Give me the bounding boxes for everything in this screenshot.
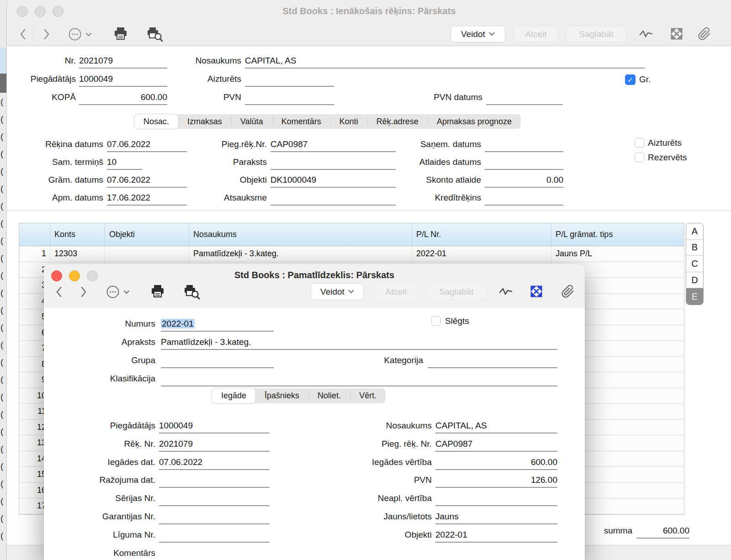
kopa-input[interactable]: 600.00 <box>79 92 167 105</box>
expand-icon[interactable] <box>670 27 683 40</box>
numurs-input[interactable]: 2022-01 <box>161 319 274 332</box>
slegts-checkbox[interactable] <box>431 316 441 326</box>
razojuma-dat-input[interactable] <box>159 475 270 488</box>
field-label: Atsauksme <box>192 193 267 203</box>
side-tab-d[interactable]: D <box>686 272 703 289</box>
atsauksme-input[interactable] <box>270 193 396 206</box>
jauns-lietots-input[interactable]: Jauns <box>435 512 557 524</box>
tab-konti[interactable]: Konti <box>330 114 367 129</box>
tab-rēķ-adrese[interactable]: Rēķ.adrese <box>367 114 428 129</box>
aizturets-checkbox-label: Aizturēts <box>648 138 682 148</box>
tab-izmaksas[interactable]: Izmaksas <box>178 114 231 129</box>
field-label: Apm. datums <box>19 193 103 203</box>
print-preview-icon[interactable] <box>183 284 202 300</box>
field-label: Klasifikācija <box>82 374 155 384</box>
rekina-datums-input[interactable]: 07.06.2022 <box>107 139 187 152</box>
table-header-row[interactable]: KontsObjektiNosaukumsP/L Nr.P/L grāmat. … <box>19 223 684 246</box>
iegades-vertiba-input[interactable]: 600.00 <box>435 457 557 470</box>
attach-icon[interactable] <box>561 284 575 299</box>
apm-datums-input[interactable]: 17.06.2022 <box>107 193 187 206</box>
aizturets-input[interactable] <box>245 74 334 87</box>
paraksts-input[interactable] <box>270 157 396 170</box>
table-cell[interactable]: 1 <box>19 246 50 262</box>
clipped-glyph: ( <box>0 166 6 176</box>
sanem-datums-input[interactable] <box>485 139 563 152</box>
tab-nosac-[interactable]: Nosac. <box>134 114 178 129</box>
nr-input[interactable]: 2021079 <box>79 56 167 69</box>
expand-icon[interactable] <box>530 285 543 298</box>
side-tab-a[interactable]: A <box>686 223 703 240</box>
more-menu-icon[interactable] <box>106 285 132 299</box>
forward-icon[interactable] <box>42 28 51 40</box>
pvn-datums-input[interactable] <box>486 92 563 105</box>
kreditrekins-input[interactable] <box>485 193 563 206</box>
field-label: Jauns/lietots <box>340 512 432 522</box>
aizturets-checkbox[interactable] <box>635 138 644 148</box>
window-fixed-asset: Std Books : Pamatlīdzeklis: Pārskats <box>44 264 585 560</box>
activity-icon[interactable] <box>499 286 513 297</box>
attach-icon[interactable] <box>698 26 711 41</box>
objekti-input[interactable]: 2022-01 <box>435 530 557 543</box>
side-tab-e[interactable]: E <box>686 288 703 305</box>
skonto-atlaide-input[interactable]: 0.00 <box>485 175 563 188</box>
table-cell[interactable]: 12303 <box>50 246 105 262</box>
serijas-nr-input[interactable] <box>159 493 270 506</box>
pvn-input[interactable]: 126.00 <box>435 475 557 488</box>
tab-valūta[interactable]: Valūta <box>231 114 272 129</box>
gr-checkbox[interactable] <box>625 74 636 85</box>
tab-vērt-[interactable]: Vērt. <box>350 388 386 403</box>
print-icon[interactable] <box>113 26 128 41</box>
nosaukums-input[interactable]: CAPITAL, AS <box>245 56 645 69</box>
sam-termins-input[interactable]: 10 <box>107 157 142 170</box>
print-preview-icon[interactable] <box>146 26 165 42</box>
atlaides-datums-input[interactable] <box>485 157 563 170</box>
klasifikacija-input[interactable] <box>161 374 557 386</box>
tab-īpašnieks[interactable]: Īpašnieks <box>255 388 308 403</box>
table-cell[interactable]: Pamatlīdzekļi - 3.kateg. <box>189 246 412 262</box>
tab-komentārs[interactable]: Komentārs <box>272 114 330 129</box>
liguma-nr-input[interactable] <box>159 530 270 543</box>
pvn-input[interactable] <box>245 92 334 105</box>
grupa-input[interactable] <box>161 355 274 368</box>
activity-icon[interactable] <box>639 28 653 39</box>
side-tab-b[interactable]: B <box>686 240 703 256</box>
clipped-glyph: ( <box>0 218 6 228</box>
table-cell[interactable] <box>105 246 189 262</box>
titlebar: Std Books : Pamatlīdzeklis: Pārskats <box>44 264 585 307</box>
rezervets-checkbox[interactable] <box>635 153 644 162</box>
kategorija-input[interactable] <box>428 355 557 368</box>
table-cell[interactable]: 2022-01 <box>412 246 551 262</box>
create-button[interactable]: Veidot <box>311 283 364 300</box>
neapl-vertiba-input[interactable] <box>435 493 557 506</box>
tab-iegāde[interactable]: Iegāde <box>212 388 255 403</box>
tab-noliet-[interactable]: Noliet. <box>308 388 350 403</box>
back-icon[interactable] <box>19 28 27 40</box>
table-row[interactable]: 112303Pamatlīdzekļi - 3.kateg.2022-01Jau… <box>19 246 684 262</box>
clipped-glyph: ( <box>0 392 6 402</box>
rek-nr-input[interactable]: 2021079 <box>159 439 270 452</box>
pieg-rek-nr-input[interactable]: CAP0987 <box>270 139 396 152</box>
table-cell[interactable]: Jauns P/L <box>551 246 684 262</box>
garantijas-nr-input[interactable] <box>159 512 270 524</box>
back-icon[interactable] <box>55 286 63 298</box>
field-label: Iegādes dat. <box>87 457 155 467</box>
pieg-rek-nr-input[interactable]: CAP0987 <box>435 439 557 452</box>
piegadatajs-input[interactable]: 1000049 <box>79 74 167 87</box>
tab-apmaksas-prognoze[interactable]: Apmaksas prognoze <box>428 114 521 129</box>
rezervets-checkbox-label: Rezervēts <box>648 153 687 163</box>
field-label: Numurs <box>96 319 155 329</box>
objekti-input[interactable]: DK1000049 <box>270 175 396 188</box>
print-icon[interactable] <box>150 284 165 299</box>
side-tab-c[interactable]: C <box>686 256 703 272</box>
piegadatajs-input[interactable]: 1000049 <box>159 421 270 433</box>
nosaukums-input[interactable]: CAPITAL, AS <box>435 421 557 433</box>
table-side-tabs: ABCDE <box>686 223 704 305</box>
more-menu-icon[interactable] <box>68 27 95 41</box>
chevron-down-icon <box>348 290 354 294</box>
forward-icon[interactable] <box>79 286 88 298</box>
apraksts-input[interactable]: Pamatlīdzekļi - 3.kateg. <box>161 337 557 350</box>
field-label: Sērijas Nr. <box>87 493 155 503</box>
create-button[interactable]: Veidot <box>450 26 505 42</box>
gram-datums-input[interactable]: 07.06.2022 <box>107 175 187 188</box>
iegades-dat-input[interactable]: 07.06.2022 <box>159 457 270 470</box>
